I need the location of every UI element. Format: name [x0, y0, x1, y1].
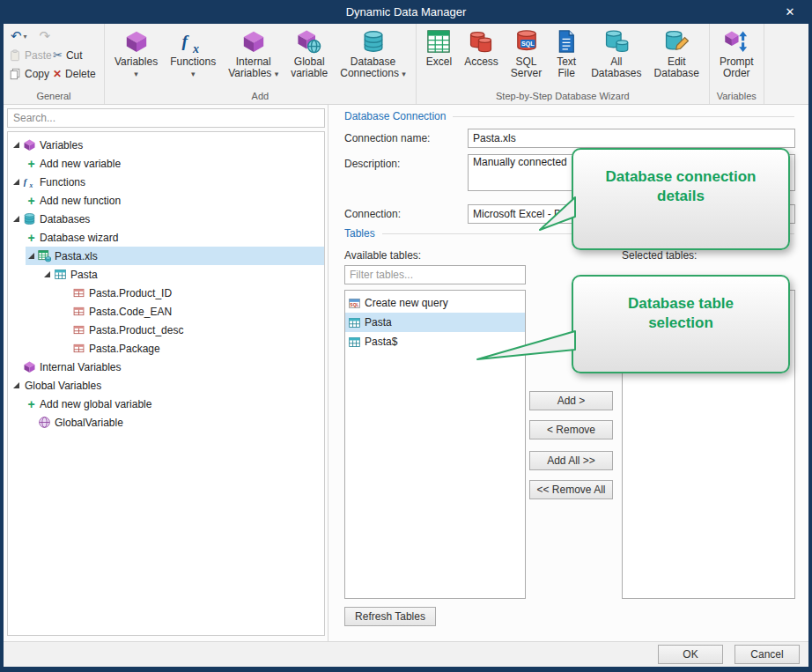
filter-tables-input[interactable]	[344, 265, 526, 284]
expand-arrow-icon[interactable]	[26, 253, 37, 259]
add-table-button[interactable]: Add >	[529, 391, 613, 410]
add-global-variable-button[interactable]: Global variable	[284, 26, 334, 79]
tree-item-add-new-global-variable[interactable]: + Add new global variable	[8, 395, 324, 413]
add-functions-button[interactable]: Functions ▾	[164, 26, 222, 80]
add-internal-variables-button[interactable]: Internal Variables ▾	[222, 26, 284, 80]
add-database-connections-button[interactable]: Database Connections ▾	[334, 26, 412, 80]
ribbon-group-general: ↶ ▾ ↷ Paste	[4, 24, 105, 104]
tree-item-pasta-product-id[interactable]: Pasta.Product_ID	[8, 284, 324, 302]
wizard-sql-server-button[interactable]: SQL Server	[505, 26, 548, 79]
chevron-down-icon: ▾	[134, 70, 138, 78]
ribbon: ↶ ▾ ↷ Paste	[4, 24, 808, 105]
wizard-edit-database-button[interactable]: Edit Database	[648, 26, 705, 79]
globe-icon	[37, 416, 52, 429]
connection-name-label: Connection name:	[344, 132, 430, 144]
expand-arrow-icon[interactable]	[41, 271, 53, 277]
ok-button[interactable]: OK	[658, 645, 723, 664]
cut-button[interactable]: ✂ Cut	[53, 48, 104, 62]
connection-name-input[interactable]	[468, 129, 795, 148]
add-all-tables-button[interactable]: Add All >>	[529, 451, 613, 470]
expand-arrow-icon[interactable]	[11, 216, 22, 222]
list-item-create-new-query[interactable]: Create new query	[345, 293, 525, 313]
wizard-text-file-button[interactable]: Text File	[548, 26, 585, 79]
edit-database-icon	[664, 29, 689, 54]
excel-database-icon	[37, 249, 52, 262]
delete-button[interactable]: ✕ Delete	[53, 68, 104, 80]
tree-item-internal-variables[interactable]: Internal Variables	[8, 358, 324, 376]
search-input[interactable]	[7, 108, 325, 128]
database-icon	[361, 29, 386, 54]
redo-button[interactable]: ↷	[40, 28, 51, 44]
ribbon-group-wizard: Excel Access SQL Server Text File	[417, 24, 710, 104]
selected-tables-label: Selected tables:	[622, 249, 697, 262]
plus-icon: +	[26, 397, 37, 411]
table-icon	[53, 268, 68, 281]
prompt-order-button[interactable]: Prompt Order	[713, 26, 760, 79]
add-variables-button[interactable]: Variables ▾	[108, 26, 164, 80]
all-databases-icon	[604, 29, 629, 54]
refresh-tables-button[interactable]: Refresh Tables	[344, 607, 436, 626]
connection-label: Connection:	[344, 208, 401, 220]
group-label-variables: Variables	[710, 90, 764, 104]
expand-arrow-icon[interactable]	[11, 142, 22, 148]
tree-item-pasta-xls[interactable]: Pasta.xls	[8, 247, 324, 265]
internal-variable-cube-icon	[241, 29, 266, 54]
chevron-down-icon: ▾	[402, 70, 406, 78]
undo-icon: ↶	[11, 28, 22, 44]
expand-arrow-icon[interactable]	[11, 179, 22, 185]
sidebar: Variables + Add new variable	[4, 105, 328, 641]
tree-item-add-new-function[interactable]: + Add new function	[8, 191, 324, 210]
field-icon	[71, 342, 86, 355]
tree-item-globalvariable[interactable]: GlobalVariable	[8, 413, 324, 432]
copy-button[interactable]: Copy	[9, 68, 53, 80]
paste-button[interactable]: Paste	[9, 49, 53, 62]
tree-item-add-new-variable[interactable]: + Add new variable	[8, 154, 324, 173]
expand-arrow-icon[interactable]	[11, 382, 22, 388]
chevron-down-icon: ▾	[275, 70, 279, 78]
tree-item-global-variables[interactable]: Global Variables	[8, 376, 324, 395]
delete-icon: ✕	[53, 68, 62, 80]
field-icon	[71, 305, 86, 318]
table-icon	[348, 316, 361, 329]
plus-icon: +	[26, 231, 37, 245]
callout-tail	[537, 192, 576, 233]
cancel-button[interactable]: Cancel	[734, 645, 800, 664]
remove-table-button[interactable]: < Remove	[529, 420, 613, 439]
text-file-icon	[554, 29, 579, 54]
internal-variable-cube-icon	[22, 360, 37, 373]
function-fx-icon	[22, 175, 37, 188]
callout-database-connection-details: Database connection details	[572, 148, 790, 250]
function-fx-icon	[181, 29, 205, 54]
close-icon[interactable]: ✕	[773, 0, 807, 24]
tree: Variables + Add new variable	[7, 131, 325, 636]
chevron-down-icon: ▾	[191, 70, 196, 78]
section-database-connection: Database Connection	[344, 110, 794, 122]
copy-icon	[9, 68, 21, 80]
tree-item-functions[interactable]: Functions	[8, 173, 324, 191]
remove-all-tables-button[interactable]: << Remove All	[529, 480, 613, 499]
tree-item-variables[interactable]: Variables	[8, 136, 324, 154]
field-icon	[71, 286, 86, 299]
wizard-access-button[interactable]: Access	[458, 26, 505, 68]
global-variable-icon	[297, 29, 321, 54]
details-panel: Database Connection Connection name: Des…	[328, 105, 808, 641]
access-icon	[469, 29, 493, 54]
available-tables-label: Available tables:	[344, 249, 421, 262]
tree-item-databases[interactable]: Databases	[8, 210, 324, 228]
tree-item-pasta-table[interactable]: Pasta	[8, 265, 324, 284]
undo-button[interactable]: ↶ ▾	[11, 28, 27, 44]
tree-item-pasta-package[interactable]: Pasta.Package	[8, 339, 324, 358]
variable-cube-icon	[124, 29, 149, 54]
chevron-down-icon: ▾	[24, 33, 27, 41]
wizard-all-databases-button[interactable]: All Databases	[585, 26, 647, 79]
wizard-excel-button[interactable]: Excel	[420, 26, 458, 68]
title-bar: Dynamic Data Manager ✕	[0, 0, 812, 24]
redo-icon: ↷	[40, 28, 51, 44]
excel-icon	[426, 29, 451, 54]
tree-item-pasta-code-ean[interactable]: Pasta.Code_EAN	[8, 302, 324, 321]
tree-item-database-wizard[interactable]: + Database wizard	[8, 228, 324, 247]
group-label-add: Add	[105, 90, 416, 104]
ribbon-group-variables: Prompt Order Variables	[710, 24, 764, 104]
callout-tail	[475, 328, 577, 363]
tree-item-pasta-product-desc[interactable]: Pasta.Product_desc	[8, 321, 324, 339]
